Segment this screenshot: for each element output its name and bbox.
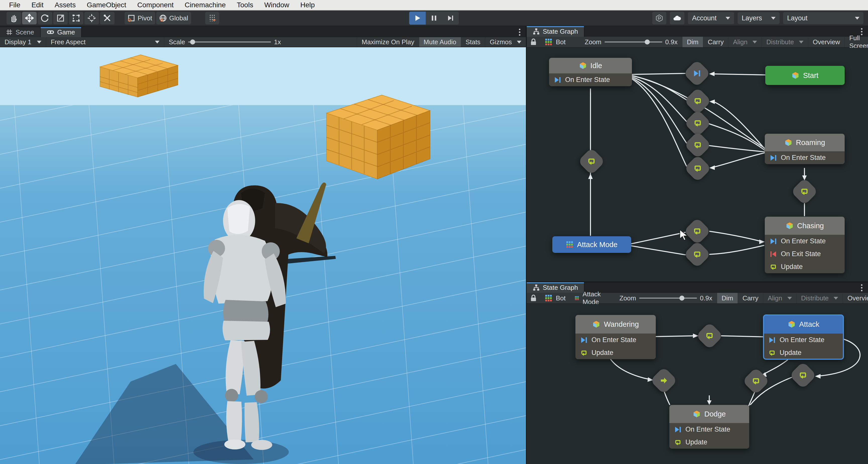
grid-snapping-button[interactable] — [205, 12, 219, 24]
transition-node[interactable] — [744, 369, 768, 393]
graph1-breadcrumb-bot[interactable]: Bot — [540, 37, 570, 47]
step-button[interactable] — [442, 11, 459, 25]
graph2-breadcrumb-bot[interactable]: Bot — [540, 293, 570, 303]
graph2-canvas[interactable]: Wandering On Enter State Update Attack — [527, 304, 868, 464]
graph2-breadcrumb-attack-mode[interactable]: Attack Mode — [570, 293, 608, 303]
node-row-on-enter-state[interactable]: On Enter State — [765, 235, 845, 248]
node-row-on-enter-state[interactable]: On Enter State — [576, 334, 656, 346]
dim-toggle[interactable]: Dim — [682, 37, 703, 47]
menu-tools[interactable]: Tools — [231, 0, 259, 10]
node-start[interactable]: Start — [765, 66, 845, 85]
menu-edit[interactable]: Edit — [26, 0, 49, 10]
node-row-on-exit-state[interactable]: On Exit State — [765, 248, 845, 260]
graph2-lock-button[interactable] — [527, 293, 540, 303]
carry-toggle[interactable]: Carry — [703, 37, 728, 47]
account-dropdown[interactable]: Account — [688, 12, 734, 24]
version-control-button[interactable] — [652, 12, 666, 24]
global-toggle-button[interactable]: Global — [156, 12, 191, 24]
tab-game[interactable]: Game — [41, 27, 82, 37]
menu-gameobject[interactable]: GameObject — [81, 0, 132, 10]
transition-node[interactable] — [793, 180, 816, 203]
tab-state-graph-2[interactable]: State Graph — [527, 282, 584, 293]
transition-node[interactable] — [685, 220, 709, 243]
node-chasing[interactable]: Chasing On Enter State On Exit State Upd… — [765, 217, 845, 273]
overview-button[interactable]: Overview — [843, 293, 868, 303]
node-row-on-enter-state[interactable]: On Enter State — [549, 74, 632, 86]
zoom-slider-track[interactable] — [604, 41, 662, 42]
move-tool-button[interactable] — [22, 12, 37, 24]
graph1-canvas[interactable]: Idle On Enter State Start Roaming — [527, 48, 868, 282]
transition-node[interactable] — [686, 89, 710, 113]
node-dodge-header[interactable]: Dodge — [669, 405, 749, 423]
carry-toggle[interactable]: Carry — [738, 293, 763, 303]
pivot-toggle-button[interactable]: Pivot — [125, 12, 155, 24]
node-attack[interactable]: Attack On Enter State Update — [764, 315, 843, 359]
mute-audio-toggle[interactable]: Mute Audio — [419, 37, 461, 47]
fullscreen-button[interactable]: Full Screen — [844, 37, 868, 47]
cloud-button[interactable] — [670, 12, 684, 24]
transition-node[interactable] — [686, 111, 710, 135]
node-idle[interactable]: Idle On Enter State — [549, 58, 632, 86]
pause-button[interactable] — [426, 11, 442, 25]
transition-node[interactable] — [580, 150, 603, 173]
graph2-menu-button[interactable] — [860, 283, 864, 293]
scale-slider[interactable]: Scale 1x — [164, 37, 285, 47]
tab-scene[interactable]: Scene — [0, 27, 41, 37]
scale-slider-track[interactable] — [188, 41, 271, 42]
transition-node-start-idle[interactable] — [685, 62, 709, 85]
transition-node[interactable] — [686, 156, 710, 180]
align-dropdown[interactable]: Align — [728, 37, 762, 47]
layers-dropdown[interactable]: Layers — [738, 12, 780, 24]
node-row-update[interactable]: Update — [765, 260, 845, 273]
stats-toggle[interactable]: Stats — [461, 37, 485, 47]
node-row-update[interactable]: Update — [576, 346, 656, 359]
zoom-slider-knob[interactable] — [679, 296, 684, 300]
gizmos-dropdown[interactable]: Gizmos — [485, 37, 526, 47]
graph2-zoom-slider[interactable]: Zoom 0.9x — [615, 293, 717, 303]
node-roaming[interactable]: Roaming On Enter State — [765, 134, 845, 164]
node-attack-mode[interactable]: Attack Mode — [552, 236, 631, 253]
layout-dropdown[interactable]: Layout — [783, 12, 864, 24]
node-idle-header[interactable]: Idle — [549, 58, 632, 74]
scale-tool-button[interactable] — [53, 12, 68, 24]
graph1-zoom-slider[interactable]: Zoom 0.9x — [580, 37, 682, 47]
menu-cinemachine[interactable]: Cinemachine — [179, 0, 231, 10]
transition-node[interactable] — [685, 242, 709, 266]
menu-file[interactable]: File — [3, 0, 26, 10]
custom-tools-button[interactable] — [100, 12, 115, 24]
node-roaming-header[interactable]: Roaming — [765, 134, 845, 151]
rect-tool-button[interactable] — [69, 12, 83, 24]
align-dropdown[interactable]: Align — [763, 293, 797, 303]
game-panel-menu-button[interactable] — [517, 27, 522, 37]
distribute-dropdown[interactable]: Distribute — [762, 37, 808, 47]
aspect-dropdown[interactable]: Free Aspect — [46, 37, 164, 47]
node-attack-header[interactable]: Attack — [764, 315, 843, 334]
node-row-update[interactable]: Update — [669, 436, 749, 449]
transition-node-arrow[interactable] — [652, 369, 676, 393]
node-dodge[interactable]: Dodge On Enter State Update — [669, 405, 749, 449]
overview-button[interactable]: Overview — [808, 37, 844, 47]
play-button[interactable] — [409, 11, 426, 25]
node-row-on-enter-state[interactable]: On Enter State — [764, 334, 843, 346]
zoom-slider-knob[interactable] — [645, 39, 650, 45]
transition-node[interactable] — [686, 133, 710, 157]
node-row-on-enter-state[interactable]: On Enter State — [669, 423, 749, 436]
hand-tool-button[interactable] — [6, 12, 21, 24]
transition-node[interactable] — [698, 324, 721, 348]
menu-help[interactable]: Help — [295, 0, 320, 10]
distribute-dropdown[interactable]: Distribute — [797, 293, 843, 303]
graph1-lock-button[interactable] — [527, 37, 540, 47]
node-chasing-header[interactable]: Chasing — [765, 217, 845, 235]
menu-window[interactable]: Window — [259, 0, 295, 10]
node-row-on-enter-state[interactable]: On Enter State — [765, 151, 845, 164]
transition-node[interactable] — [791, 364, 815, 387]
tab-state-graph-1[interactable]: State Graph — [527, 26, 584, 37]
node-wandering[interactable]: Wandering On Enter State Update — [576, 315, 656, 359]
scale-slider-knob[interactable] — [190, 39, 195, 45]
transform-tool-button[interactable] — [84, 12, 99, 24]
menu-assets[interactable]: Assets — [49, 0, 81, 10]
dim-toggle[interactable]: Dim — [717, 293, 738, 303]
menu-component[interactable]: Component — [132, 0, 179, 10]
node-row-update[interactable]: Update — [764, 346, 843, 359]
node-wandering-header[interactable]: Wandering — [576, 315, 656, 334]
